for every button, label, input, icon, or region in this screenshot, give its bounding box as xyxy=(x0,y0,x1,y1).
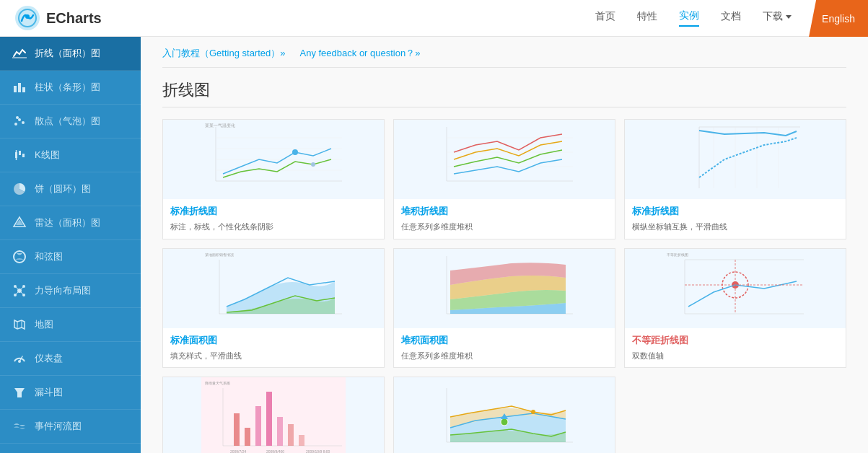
radar-chart-icon xyxy=(12,215,27,231)
chart-title-1: 标准折线图 xyxy=(170,205,377,218)
chart-title-5: 堆积面积图 xyxy=(401,334,608,347)
svg-rect-4 xyxy=(14,86,17,92)
svg-text:不等距折线图: 不等距折线图 xyxy=(667,252,688,257)
chart-info-2: 堆积折线图 任意系列多维度堆积 xyxy=(394,199,615,239)
funnel-icon xyxy=(12,384,27,400)
chart-card-stacked-area[interactable]: 堆积面积图 任意系列多维度堆积 xyxy=(393,248,615,369)
svg-point-57 xyxy=(311,162,315,167)
english-tab[interactable]: English xyxy=(809,0,868,37)
svg-rect-93 xyxy=(255,406,261,446)
svg-rect-92 xyxy=(245,428,250,446)
getting-started-link[interactable]: 入门教程（Getting started）» xyxy=(162,47,286,60)
candlestick-icon xyxy=(12,147,27,163)
sidebar-item-funnel[interactable]: 漏斗图 xyxy=(0,376,141,410)
sidebar-label-gauge: 仪表盘 xyxy=(35,352,63,365)
svg-point-8 xyxy=(18,118,21,121)
sidebar-label-force: 力导向布局图 xyxy=(35,284,91,297)
svg-line-26 xyxy=(15,291,19,295)
svg-text:降雨量天气系图: 降雨量天气系图 xyxy=(205,381,230,385)
svg-point-10 xyxy=(16,116,19,119)
sidebar-label-pie: 饼（圆环）图 xyxy=(35,182,91,195)
svg-rect-97 xyxy=(299,435,304,446)
chart-card-irregular[interactable]: 不等距折线图 不等距折线图 xyxy=(624,248,846,369)
header: ECharts 首页 特性 实例 文档 下载 关于我们 English xyxy=(0,0,868,37)
chart-card-standard-line[interactable]: 某某一气温变化 xyxy=(162,119,385,239)
svg-point-31 xyxy=(18,360,21,363)
echarts-logo-icon xyxy=(14,5,40,31)
sidebar-label-map: 地图 xyxy=(35,318,53,331)
svg-text:2009/10/9 8:00: 2009/10/9 8:00 xyxy=(306,449,330,453)
svg-rect-13 xyxy=(22,154,25,157)
breadcrumb-bar: 入门教程（Getting started）» Any feedback or q… xyxy=(162,37,846,68)
svg-rect-12 xyxy=(19,151,21,155)
logo-text: ECharts xyxy=(46,10,102,27)
feedback-link[interactable]: Any feedback or question？» xyxy=(300,47,421,60)
nav-home[interactable]: 首页 xyxy=(595,10,615,26)
chart-info-6: 不等距折线图 双数值轴 xyxy=(625,328,846,368)
chart-info-5: 堆积面积图 任意系列多维度堆积 xyxy=(394,328,615,368)
chart-card-multicontrol[interactable]: 折线图 多级控制，个性化，填充、线条、拐点样式等 xyxy=(393,377,615,453)
sidebar-item-scatter[interactable]: 散点（气泡）图 xyxy=(0,105,141,138)
force-layout-icon xyxy=(12,283,27,299)
chart-thumb-1: 某某一气温变化 xyxy=(163,120,384,199)
sidebar: 折线（面积）图 柱状（条形）图 散点（气泡）图 K线图 饼（圆环）图 xyxy=(0,37,141,453)
sidebar-item-pie[interactable]: 饼（圆环）图 xyxy=(0,172,141,206)
content-area: 入门教程（Getting started）» Any feedback or q… xyxy=(141,37,868,453)
sidebar-item-line[interactable]: 折线（面积）图 xyxy=(0,37,141,71)
chart-card-stacked-line[interactable]: 堆积折线图 任意系列多维度堆积 xyxy=(393,119,615,239)
chart-title-4: 标准面积图 xyxy=(170,334,377,347)
svg-marker-32 xyxy=(14,388,25,397)
nav-docs[interactable]: 文档 xyxy=(721,10,741,26)
svg-rect-96 xyxy=(288,424,294,446)
sidebar-item-candlestick[interactable]: K线图 xyxy=(0,138,141,172)
svg-rect-6 xyxy=(22,87,25,92)
download-arrow-icon xyxy=(786,15,792,19)
chart-info-1: 标准折线图 标注，标线，个性化线条阴影 xyxy=(163,199,384,239)
chart-thumb-8 xyxy=(394,377,615,453)
sidebar-label-eventriver: 事件河流图 xyxy=(35,420,82,433)
chart-desc-1: 标注，标线，个性化线条阴影 xyxy=(170,221,377,233)
sidebar-item-gauge[interactable]: 仪表盘 xyxy=(0,342,141,376)
chart-card-standard-area[interactable]: 某地面积销售情况 标准面积图 填充样式，平滑曲线 xyxy=(162,248,385,369)
svg-text:2009/9/400: 2009/9/400 xyxy=(266,449,284,453)
chart-thumb-3 xyxy=(625,120,846,199)
sidebar-item-force[interactable]: 力导向布局图 xyxy=(0,274,141,308)
nav-download[interactable]: 下载 xyxy=(763,10,792,26)
sidebar-item-mix[interactable]: 混搭 xyxy=(0,444,141,453)
chart-card-horizontal-line[interactable]: 标准折线图 横纵坐标轴互换，平滑曲线 xyxy=(624,119,846,239)
svg-point-106 xyxy=(531,410,535,414)
sidebar-label-funnel: 漏斗图 xyxy=(35,386,63,399)
svg-text:某地面积销售情况: 某地面积销售情况 xyxy=(205,252,234,257)
chart-thumb-2 xyxy=(394,120,615,199)
sidebar-item-bar[interactable]: 柱状（条形）图 xyxy=(0,71,141,105)
logo-area: ECharts xyxy=(14,5,102,31)
chart-desc-5: 任意系列多维度堆积 xyxy=(401,350,608,362)
sidebar-label-bar: 柱状（条形）图 xyxy=(35,81,100,94)
nav-examples[interactable]: 实例 xyxy=(679,9,699,27)
sidebar-label-scatter: 散点（气泡）图 xyxy=(35,115,100,128)
svg-line-24 xyxy=(15,286,19,291)
sidebar-item-chord[interactable]: 和弦图 xyxy=(0,240,141,274)
chart-desc-2: 任意系列多维度堆积 xyxy=(401,221,608,233)
bar-chart-icon xyxy=(12,79,27,95)
svg-rect-95 xyxy=(277,417,283,446)
svg-point-2 xyxy=(25,14,30,19)
sidebar-item-map[interactable]: 地图 xyxy=(0,308,141,342)
line-chart-icon xyxy=(12,45,27,61)
gauge-icon xyxy=(12,351,27,366)
sidebar-label-candlestick: K线图 xyxy=(35,149,60,162)
svg-rect-5 xyxy=(18,83,21,92)
line-chart-grid: 某某一气温变化 xyxy=(162,119,846,453)
sidebar-item-radar[interactable]: 雷达（面积）图 xyxy=(0,206,141,240)
chart-title-3: 标准折线图 xyxy=(632,205,838,218)
svg-text:某某一气温变化: 某某一气温变化 xyxy=(205,123,235,128)
pie-chart-icon xyxy=(12,181,27,197)
svg-rect-11 xyxy=(15,152,17,158)
chart-card-reversed-area[interactable]: 降雨量天气系图 2009/7/24 2009/9/400 xyxy=(162,377,385,453)
sidebar-item-eventriver[interactable]: 事件河流图 xyxy=(0,410,141,444)
chart-title-6: 不等距折线图 xyxy=(632,334,838,347)
chart-thumb-5 xyxy=(394,249,615,328)
svg-rect-3 xyxy=(12,57,27,58)
nav-features[interactable]: 特性 xyxy=(637,10,657,26)
svg-point-18 xyxy=(14,251,25,263)
